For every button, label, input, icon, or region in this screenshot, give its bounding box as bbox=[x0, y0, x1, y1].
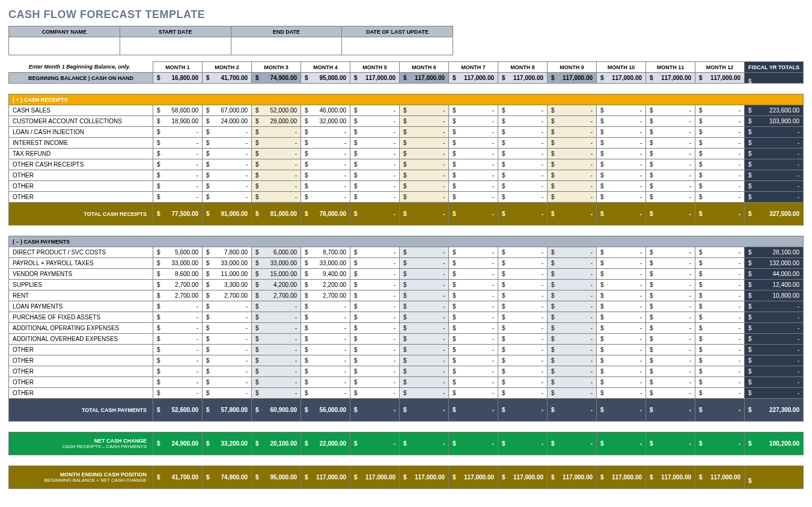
data-cell[interactable]: - bbox=[548, 258, 597, 269]
data-cell[interactable]: - bbox=[548, 159, 597, 170]
data-cell[interactable]: - bbox=[400, 247, 449, 258]
data-cell[interactable]: - bbox=[597, 170, 646, 181]
data-cell[interactable]: - bbox=[548, 247, 597, 258]
data-cell[interactable]: - bbox=[449, 181, 498, 192]
data-cell[interactable]: - bbox=[498, 290, 548, 301]
data-cell[interactable]: - bbox=[400, 269, 449, 280]
data-cell[interactable]: - bbox=[449, 116, 498, 127]
data-cell[interactable]: - bbox=[350, 312, 400, 323]
data-cell[interactable]: 8,700.00 bbox=[301, 247, 350, 258]
data-cell[interactable]: - bbox=[597, 301, 646, 312]
beg-balance-cell[interactable]: 95,000.00 bbox=[301, 73, 350, 84]
data-cell[interactable]: - bbox=[252, 138, 301, 149]
data-cell[interactable]: - bbox=[548, 388, 597, 399]
beg-balance-cell[interactable]: 117,000.00 bbox=[548, 73, 597, 84]
data-cell[interactable]: - bbox=[400, 116, 449, 127]
data-cell[interactable]: - bbox=[498, 181, 548, 192]
data-cell[interactable]: - bbox=[646, 149, 695, 159]
data-cell[interactable]: 2,700.00 bbox=[153, 290, 203, 301]
data-cell[interactable]: - bbox=[646, 105, 695, 116]
data-cell[interactable]: - bbox=[646, 280, 695, 290]
data-cell[interactable]: - bbox=[498, 127, 548, 138]
data-cell[interactable]: - bbox=[449, 269, 498, 280]
data-cell[interactable]: - bbox=[153, 301, 203, 312]
data-cell[interactable]: - bbox=[252, 192, 301, 203]
data-cell[interactable]: - bbox=[449, 258, 498, 269]
data-cell[interactable]: - bbox=[695, 105, 745, 116]
data-cell[interactable]: - bbox=[695, 127, 745, 138]
data-cell[interactable]: - bbox=[597, 290, 646, 301]
beg-balance-cell[interactable]: 117,000.00 bbox=[695, 73, 745, 84]
data-cell[interactable]: - bbox=[203, 334, 252, 345]
data-cell[interactable]: - bbox=[695, 247, 745, 258]
data-cell[interactable]: - bbox=[646, 127, 695, 138]
data-cell[interactable]: - bbox=[350, 377, 400, 388]
data-cell[interactable]: - bbox=[400, 334, 449, 345]
data-cell[interactable]: - bbox=[400, 159, 449, 170]
data-cell[interactable]: 5,600.00 bbox=[153, 247, 203, 258]
data-cell[interactable]: - bbox=[449, 323, 498, 334]
data-cell[interactable]: - bbox=[548, 345, 597, 355]
data-cell[interactable]: - bbox=[498, 323, 548, 334]
data-cell[interactable]: - bbox=[498, 159, 548, 170]
data-cell[interactable]: - bbox=[498, 334, 548, 345]
data-cell[interactable]: - bbox=[548, 116, 597, 127]
data-cell[interactable]: - bbox=[350, 258, 400, 269]
data-cell[interactable]: - bbox=[449, 127, 498, 138]
data-cell[interactable]: - bbox=[400, 138, 449, 149]
data-cell[interactable]: - bbox=[400, 290, 449, 301]
data-cell[interactable]: - bbox=[153, 355, 203, 366]
data-cell[interactable]: - bbox=[548, 377, 597, 388]
data-cell[interactable]: - bbox=[597, 159, 646, 170]
data-cell[interactable]: - bbox=[646, 170, 695, 181]
data-cell[interactable]: - bbox=[153, 323, 203, 334]
data-cell[interactable]: - bbox=[646, 388, 695, 399]
beg-balance-cell[interactable]: 117,000.00 bbox=[646, 73, 695, 84]
data-cell[interactable]: - bbox=[400, 345, 449, 355]
data-cell[interactable]: - bbox=[252, 181, 301, 192]
data-cell[interactable]: - bbox=[153, 181, 203, 192]
data-cell[interactable]: 2,700.00 bbox=[153, 280, 203, 290]
data-cell[interactable]: - bbox=[695, 312, 745, 323]
data-cell[interactable]: - bbox=[252, 149, 301, 159]
data-cell[interactable]: - bbox=[695, 280, 745, 290]
data-cell[interactable]: - bbox=[350, 127, 400, 138]
data-cell[interactable]: - bbox=[498, 355, 548, 366]
data-cell[interactable]: - bbox=[646, 355, 695, 366]
data-cell[interactable]: - bbox=[203, 127, 252, 138]
data-cell[interactable]: - bbox=[695, 388, 745, 399]
data-cell[interactable]: - bbox=[400, 192, 449, 203]
data-cell[interactable]: - bbox=[400, 377, 449, 388]
data-cell[interactable]: 33,000.00 bbox=[153, 258, 203, 269]
data-cell[interactable]: 24,000.00 bbox=[203, 116, 252, 127]
data-cell[interactable]: - bbox=[646, 247, 695, 258]
data-cell[interactable]: - bbox=[400, 127, 449, 138]
data-cell[interactable]: - bbox=[597, 323, 646, 334]
beg-balance-cell[interactable]: 41,700.00 bbox=[203, 73, 252, 84]
data-cell[interactable]: - bbox=[548, 366, 597, 377]
data-cell[interactable]: 11,000.00 bbox=[203, 269, 252, 280]
data-cell[interactable]: - bbox=[350, 269, 400, 280]
data-cell[interactable]: - bbox=[695, 116, 745, 127]
data-cell[interactable]: - bbox=[400, 170, 449, 181]
data-cell[interactable]: - bbox=[350, 192, 400, 203]
data-cell[interactable]: - bbox=[301, 159, 350, 170]
data-cell[interactable]: - bbox=[203, 323, 252, 334]
data-cell[interactable]: - bbox=[646, 323, 695, 334]
data-cell[interactable]: 58,600.00 bbox=[153, 105, 203, 116]
data-cell[interactable]: - bbox=[301, 355, 350, 366]
beg-balance-cell[interactable]: 74,900.00 bbox=[252, 73, 301, 84]
data-cell[interactable]: - bbox=[449, 345, 498, 355]
data-cell[interactable]: - bbox=[400, 149, 449, 159]
data-cell[interactable]: 2,700.00 bbox=[252, 290, 301, 301]
data-cell[interactable]: - bbox=[400, 258, 449, 269]
data-cell[interactable]: - bbox=[695, 323, 745, 334]
data-cell[interactable]: 3,300.00 bbox=[203, 280, 252, 290]
data-cell[interactable]: - bbox=[597, 258, 646, 269]
data-cell[interactable]: 46,000.00 bbox=[301, 105, 350, 116]
data-cell[interactable]: - bbox=[646, 269, 695, 280]
data-cell[interactable]: - bbox=[350, 366, 400, 377]
data-cell[interactable]: - bbox=[646, 181, 695, 192]
data-cell[interactable]: - bbox=[203, 388, 252, 399]
data-cell[interactable]: - bbox=[548, 312, 597, 323]
